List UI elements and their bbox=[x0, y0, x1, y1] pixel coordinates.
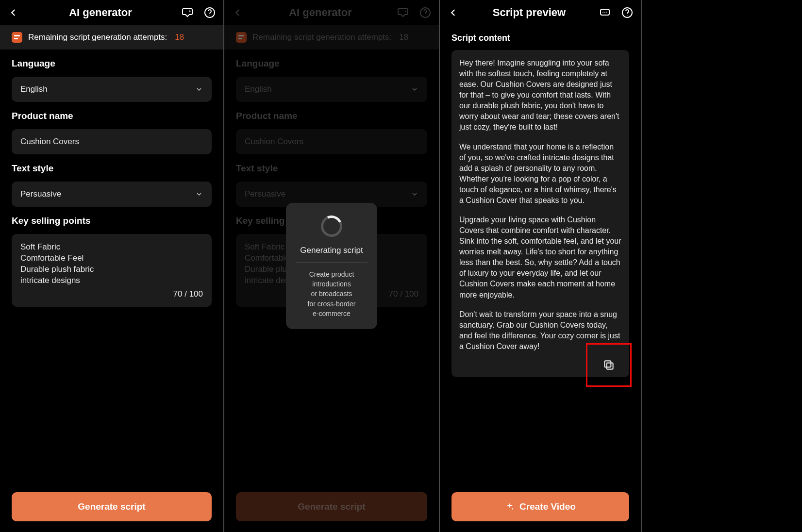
points-label: Key selling points bbox=[236, 216, 427, 226]
points-value: Soft Fabric Comfortable F Durable plush … bbox=[245, 242, 297, 285]
generate-label: Generate script bbox=[298, 501, 365, 512]
script-icon bbox=[12, 32, 22, 43]
chat-icon[interactable] bbox=[598, 6, 612, 19]
product-label: Product name bbox=[236, 111, 427, 121]
generate-button[interactable]: Generate script bbox=[12, 492, 212, 521]
remaining-banner: Remaining script generation attempts: 18 bbox=[224, 25, 439, 50]
language-label: Language bbox=[236, 58, 427, 69]
chevron-down-icon bbox=[411, 190, 418, 198]
svg-point-3 bbox=[425, 15, 425, 16]
help-icon[interactable] bbox=[203, 6, 217, 19]
points-value: Soft Fabric Comfortable Feel Durable plu… bbox=[20, 242, 94, 285]
svg-rect-10 bbox=[607, 363, 613, 369]
generate-button: Generate script bbox=[236, 492, 427, 521]
points-label: Key selling points bbox=[12, 216, 212, 226]
style-label: Text style bbox=[236, 163, 427, 174]
script-paragraph: We understand that your home is a reflec… bbox=[459, 142, 621, 206]
script-content-label: Script content bbox=[440, 25, 641, 50]
product-input[interactable]: Cushion Covers bbox=[12, 129, 212, 154]
svg-point-7 bbox=[606, 12, 607, 13]
back-button[interactable] bbox=[7, 6, 20, 19]
language-value: English bbox=[20, 84, 48, 94]
svg-point-5 bbox=[602, 12, 603, 13]
product-input: Cushion Covers bbox=[236, 129, 427, 154]
script-output: Hey there! Imagine snuggling into your s… bbox=[451, 50, 629, 377]
help-icon[interactable] bbox=[620, 6, 634, 19]
copy-icon bbox=[602, 359, 615, 371]
style-select: Persuasive bbox=[236, 182, 427, 207]
svg-point-6 bbox=[604, 12, 605, 13]
chevron-down-icon bbox=[411, 85, 418, 93]
language-value: English bbox=[245, 84, 272, 94]
points-input: Soft Fabric Comfortable F Durable plush … bbox=[236, 234, 427, 307]
banner-count: 18 bbox=[175, 33, 184, 42]
script-icon bbox=[236, 32, 247, 43]
favorites-icon bbox=[396, 6, 410, 19]
language-select[interactable]: English bbox=[12, 77, 212, 102]
create-video-label: Create Video bbox=[519, 501, 576, 512]
banner-count: 18 bbox=[399, 33, 408, 42]
script-paragraph: Upgrade your living space with Cushion C… bbox=[459, 215, 621, 300]
copy-button[interactable] bbox=[586, 343, 632, 387]
char-counter: 70 / 100 bbox=[389, 289, 418, 300]
remaining-banner: Remaining script generation attempts: 18 bbox=[0, 25, 223, 50]
favorites-icon[interactable] bbox=[181, 6, 194, 19]
svg-point-9 bbox=[627, 15, 627, 16]
points-input[interactable]: Soft Fabric Comfortable Feel Durable plu… bbox=[12, 234, 212, 307]
sparkle-icon bbox=[505, 502, 515, 512]
product-value: Cushion Covers bbox=[245, 137, 303, 147]
back-button[interactable] bbox=[231, 6, 245, 19]
script-paragraph: Hey there! Imagine snuggling into your s… bbox=[459, 58, 621, 133]
create-video-button[interactable]: Create Video bbox=[451, 492, 629, 521]
style-label: Text style bbox=[12, 163, 212, 174]
style-select[interactable]: Persuasive bbox=[12, 182, 212, 207]
svg-rect-11 bbox=[604, 361, 611, 367]
svg-point-1 bbox=[209, 15, 210, 16]
page-title: AI generator bbox=[245, 6, 396, 19]
language-label: Language bbox=[12, 58, 212, 69]
char-counter: 70 / 100 bbox=[173, 289, 203, 300]
chevron-down-icon bbox=[195, 85, 203, 93]
product-label: Product name bbox=[12, 111, 212, 121]
back-button[interactable] bbox=[447, 6, 460, 19]
product-value: Cushion Covers bbox=[20, 137, 79, 147]
page-title: Script preview bbox=[460, 6, 598, 19]
chevron-down-icon bbox=[195, 190, 203, 198]
banner-text: Remaining script generation attempts: bbox=[28, 33, 167, 42]
help-icon bbox=[418, 6, 432, 19]
generate-label: Generate script bbox=[78, 501, 145, 512]
style-value: Persuasive bbox=[245, 189, 285, 199]
style-value: Persuasive bbox=[20, 189, 61, 199]
language-select: English bbox=[236, 77, 427, 102]
page-title: AI generator bbox=[20, 6, 181, 19]
banner-text: Remaining script generation attempts: bbox=[252, 33, 391, 42]
